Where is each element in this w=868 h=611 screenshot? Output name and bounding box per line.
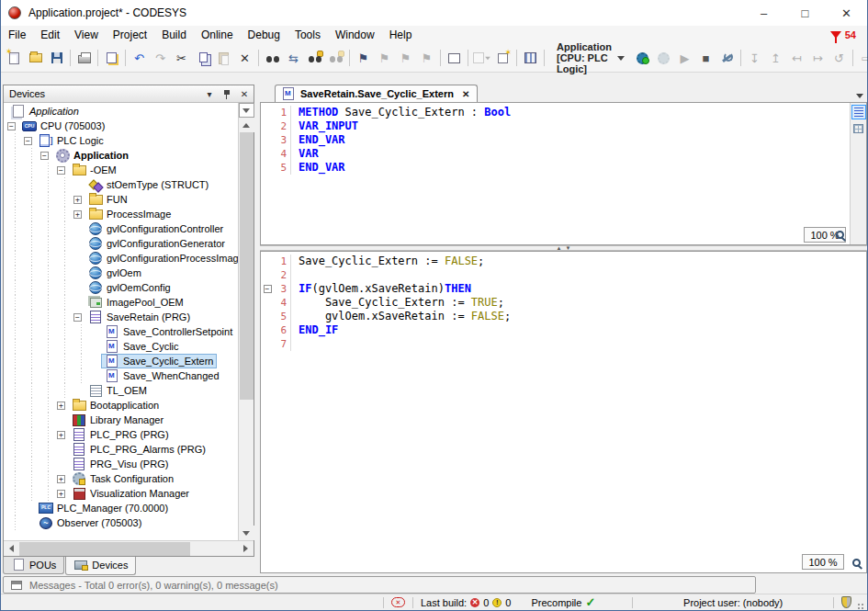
menu-online[interactable]: Online <box>194 27 241 43</box>
login-button[interactable] <box>632 47 653 69</box>
cut-button[interactable]: ✂ <box>171 47 192 69</box>
copy-objects-button[interactable] <box>101 47 122 69</box>
collapse-icon[interactable]: − <box>73 313 82 322</box>
tree-item-gvloem[interactable]: gvlOem <box>4 266 238 280</box>
tree-item-content[interactable]: Application <box>51 148 132 163</box>
menu-view[interactable]: View <box>67 27 106 43</box>
tree-item-prg-visu-prg[interactable]: PRG_Visu (PRG) <box>4 457 238 471</box>
panel-pin-icon[interactable] <box>221 88 232 99</box>
print-button[interactable] <box>73 47 95 69</box>
tree-item-content[interactable]: PLC Logic <box>35 133 107 148</box>
panel-close-icon[interactable]: ✕ <box>239 88 250 99</box>
tree-item-content[interactable]: PLC_PRG (PRG) <box>68 427 173 442</box>
collapse-icon[interactable]: − <box>57 166 65 175</box>
expand-icon[interactable]: + <box>57 490 65 498</box>
hscroll-thumb[interactable] <box>19 542 190 556</box>
pending-changes-indicator[interactable]: 54 <box>830 29 867 40</box>
implementation-editor[interactable]: 1Save_Cyclic_Extern := FALSE;2−3IF(gvlOe… <box>260 251 867 573</box>
tree-item-content[interactable]: Task Configuration <box>68 471 177 486</box>
resize-grip[interactable] <box>857 603 864 610</box>
vscroll-track[interactable] <box>239 132 254 526</box>
clear-bookmarks-button[interactable]: ⚑ <box>416 47 437 69</box>
tree-item-save-cyclic-extern[interactable]: Save_Cyclic_Extern <box>4 354 238 368</box>
reset-button[interactable]: ↺ <box>829 47 850 69</box>
tree-item-save-whenchanged[interactable]: Save_WhenChanged <box>4 368 238 383</box>
tree-item-processimage[interactable]: +ProcessImage <box>4 207 238 221</box>
panel-tab-pous[interactable]: POUs <box>3 557 64 574</box>
tree-item-content[interactable]: Application <box>7 104 83 119</box>
security-shield-icon[interactable] <box>841 596 851 608</box>
replace-button[interactable]: ⇆ <box>283 47 304 69</box>
tree-vertical-scrollbar[interactable] <box>238 103 254 540</box>
scroll-right-button[interactable] <box>238 541 254 556</box>
implementation-zoom-icon[interactable] <box>848 555 864 571</box>
tree-item-imagepool-oem[interactable]: ImagePool_OEM <box>4 295 238 310</box>
redo-button[interactable]: ↷ <box>150 47 171 69</box>
menu-project[interactable]: Project <box>106 27 154 43</box>
next-bookmark-button[interactable]: ⚑ <box>395 47 416 69</box>
declaration-zoom-icon[interactable] <box>831 227 848 243</box>
tree-item-application[interactable]: −Application <box>4 148 238 163</box>
close-button[interactable]: ✕ <box>826 0 867 26</box>
menu-window[interactable]: Window <box>328 27 382 43</box>
online-tools-button[interactable] <box>716 47 738 69</box>
tree-item-gvlconfigurationprocessimage[interactable]: gvlConfigurationProcessImage <box>4 251 238 266</box>
tree-item-gvlconfigurationcontroller[interactable]: gvlConfigurationController <box>4 221 238 236</box>
splitter-down-icon[interactable]: ▼ <box>566 246 571 250</box>
find-button[interactable] <box>262 47 283 69</box>
run-to-cursor-button[interactable]: ↦ <box>807 47 829 69</box>
expand-icon[interactable]: + <box>57 475 65 483</box>
messages-bar[interactable]: Messages - Total 0 error(s), 0 warning(s… <box>3 576 756 594</box>
active-application-selector[interactable]: Application [CPU: PLC Logic] <box>547 40 632 76</box>
previous-bookmark-button[interactable]: ⚑ <box>374 47 395 69</box>
step-over-button[interactable]: ↧ <box>744 47 765 69</box>
tree-item-plc-prg-alarms-prg[interactable]: PLC_PRG_Alarms (PRG) <box>4 442 238 457</box>
tree-item-cpu-705003[interactable]: −CPU (705003) <box>4 119 238 133</box>
expand-icon[interactable]: + <box>57 402 65 410</box>
tree-item-content[interactable]: stOemType (STRUCT) <box>85 177 212 192</box>
vscroll-thumb[interactable] <box>240 132 254 400</box>
tree-item-plc-prg-prg[interactable]: +PLC_PRG (PRG) <box>4 427 238 442</box>
minimize-button[interactable]: – <box>743 0 784 26</box>
scroll-left-button[interactable] <box>4 541 19 556</box>
tab-list-dropdown-icon[interactable] <box>856 94 863 98</box>
tree-item-visualization-manager[interactable]: +Visualization Manager <box>4 486 238 501</box>
tree-item-content[interactable]: PLC_PRG_Alarms (PRG) <box>68 442 209 457</box>
tree-item-content[interactable]: -OEM <box>68 163 120 177</box>
tree-item-gvloemconfig[interactable]: gvlOemConfig <box>4 280 238 295</box>
fold-collapse-icon[interactable]: − <box>264 285 272 293</box>
code-text[interactable]: IF(gvlOem.xSaveRetain)THEN <box>291 282 471 296</box>
tabular-view-button[interactable] <box>851 121 866 136</box>
tree-item-task-configuration[interactable]: +Task Configuration <box>4 471 238 486</box>
collapse-icon[interactable]: − <box>40 152 49 160</box>
menu-debug[interactable]: Debug <box>241 27 287 43</box>
code-text[interactable]: METHOD Save_Cyclic_Extern : Bool <box>291 106 511 119</box>
code-text[interactable]: VAR_INPUT <box>291 119 358 133</box>
tree-item-observer-705003[interactable]: Observer (705003) <box>4 515 238 530</box>
tree-item-content[interactable]: Save_Cyclic <box>101 339 183 354</box>
replace-in-project-button[interactable] <box>325 47 346 69</box>
tree-item-content[interactable]: PLC_Manager (70.0000) <box>35 501 172 515</box>
step-out-button[interactable]: ↤ <box>786 47 807 69</box>
properties-window-button[interactable] <box>444 47 465 69</box>
tree-item-plc-manager-70-0000[interactable]: PLC_Manager (70.0000) <box>4 501 238 515</box>
menu-help[interactable]: Help <box>382 27 420 43</box>
edit-object-button[interactable] <box>520 47 541 69</box>
textual-view-button[interactable] <box>851 105 866 119</box>
tree-item-content[interactable]: Bootapplication <box>68 398 163 413</box>
tree-item-content[interactable]: Save_Cyclic_Extern <box>101 354 217 368</box>
tree-item-saveretain-prg[interactable]: −SaveRetain (PRG) <box>4 310 238 324</box>
expand-icon[interactable]: + <box>57 431 65 439</box>
maximize-button[interactable]: □ <box>784 0 826 26</box>
tree-item-content[interactable]: SaveRetain (PRG) <box>85 310 194 324</box>
save-project-button[interactable] <box>46 47 67 69</box>
tree-item-content[interactable]: gvlOem <box>85 266 145 280</box>
tree-item-save-controllersetpoint[interactable]: Save_ControllerSetpoint <box>4 324 238 339</box>
tree-item-content[interactable]: Library Manager <box>68 413 167 427</box>
open-project-button[interactable] <box>25 47 46 69</box>
menu-edit[interactable]: Edit <box>33 27 67 43</box>
tree-item-tl-oem[interactable]: TL_OEM <box>4 383 238 398</box>
tree-item-content[interactable]: PRG_Visu (PRG) <box>68 457 172 471</box>
menu-tools[interactable]: Tools <box>287 27 328 43</box>
find-in-project-button[interactable] <box>304 47 325 69</box>
